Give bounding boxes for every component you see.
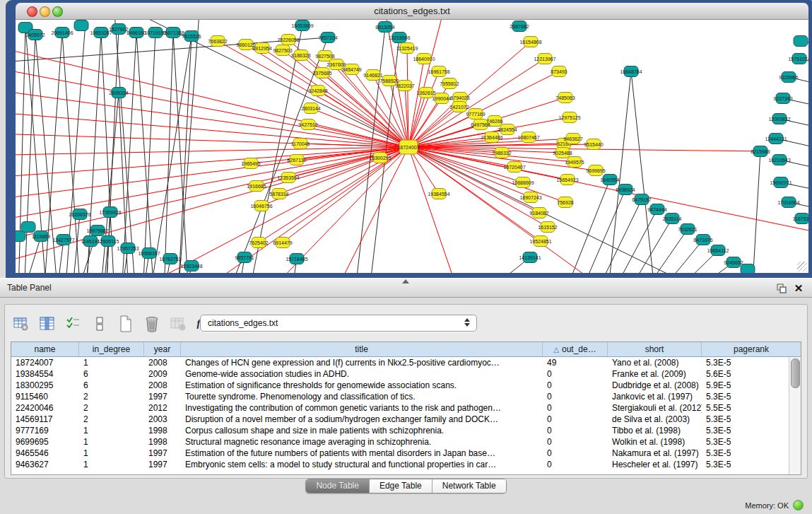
- network-node[interactable]: 12353594: [277, 173, 299, 183]
- column-header-name[interactable]: name: [11, 342, 79, 356]
- select-columns-icon[interactable]: [64, 315, 83, 333]
- column-header-title[interactable]: title: [181, 342, 543, 356]
- network-node[interactable]: 16210643: [768, 155, 790, 165]
- network-node[interactable]: 6497568: [471, 119, 490, 130]
- column-header-pagerank[interactable]: pagerank: [702, 342, 801, 356]
- network-node[interactable]: [74, 21, 88, 31]
- network-node[interactable]: 7615526: [182, 31, 201, 42]
- network-node[interactable]: 1949575: [565, 157, 584, 168]
- table-row[interactable]: 2242004622012Investigating the contribut…: [11, 402, 801, 414]
- zoom-button[interactable]: [52, 6, 63, 17]
- tab-node-table[interactable]: Node Table: [306, 479, 370, 493]
- network-node[interactable]: 7663822: [208, 36, 227, 47]
- float-panel-icon[interactable]: [775, 282, 788, 295]
- table-row[interactable]: 1938455462009Genome-wide association stu…: [11, 368, 801, 380]
- network-node[interactable]: 2687682: [510, 21, 529, 32]
- close-panel-icon[interactable]: ✕: [792, 282, 805, 295]
- network-node[interactable]: 2803144: [301, 103, 320, 114]
- network-node[interactable]: 12975125: [558, 112, 580, 123]
- table-row[interactable]: 977716911998Corpus callosum shape and si…: [11, 425, 801, 436]
- network-node[interactable]: 8912954: [252, 43, 271, 54]
- network-node[interactable]: 1170046: [291, 139, 310, 149]
- network-node[interactable]: 7625402: [249, 238, 268, 248]
- network-node[interactable]: 8186328: [291, 50, 310, 61]
- network-node[interactable]: 3824554: [498, 124, 517, 135]
- network-node[interactable]: 9857791: [235, 252, 254, 263]
- network-node[interactable]: 1167533: [793, 214, 808, 224]
- network-node[interactable]: 15654923: [556, 175, 578, 185]
- network-window-titlebar[interactable]: citations_edges.txt: [16, 3, 808, 20]
- network-node[interactable]: 9777169: [466, 109, 485, 119]
- network-node[interactable]: 7955812: [440, 78, 459, 89]
- network-node[interactable]: 5878314: [269, 189, 288, 199]
- tab-network-table[interactable]: Network Table: [433, 479, 506, 493]
- network-node[interactable]: 8466160: [126, 28, 146, 38]
- network-node[interactable]: 2405572: [25, 30, 45, 40]
- network-node[interactable]: 10688609: [512, 177, 534, 188]
- network-node[interactable]: 2605334: [109, 88, 128, 98]
- network-node[interactable]: 9515440: [584, 139, 603, 150]
- column-header-year[interactable]: year: [144, 342, 181, 356]
- delete-table-icon[interactable]: [143, 315, 161, 333]
- network-node[interactable]: 13427577: [52, 235, 74, 245]
- network-node[interactable]: 16046756: [250, 201, 272, 211]
- network-node[interactable]: 1421072: [449, 102, 469, 112]
- network-node[interactable]: 14139141: [519, 252, 541, 263]
- network-node[interactable]: 1640954: [600, 175, 619, 185]
- network-node[interactable]: 6479197: [632, 194, 651, 205]
- create-table-icon[interactable]: [117, 315, 135, 333]
- network-node[interactable]: 12505115: [98, 236, 119, 247]
- network-node[interactable]: 1965495: [241, 158, 260, 169]
- network-node[interactable]: 20691406: [51, 28, 73, 38]
- network-node[interactable]: 8471676: [693, 235, 712, 245]
- network-node[interactable]: 16671388: [162, 28, 184, 38]
- table-selector-dropdown[interactable]: citations_edges.txt: [200, 315, 477, 332]
- column-header-out_de[interactable]: △out_de…: [543, 342, 608, 356]
- network-node[interactable]: 16782753: [159, 254, 181, 264]
- network-node[interactable]: 1115689: [32, 231, 50, 242]
- table-row[interactable]: 1830029562008Estimation of significance …: [11, 380, 801, 391]
- network-node[interactable]: 20206576: [69, 209, 90, 220]
- network-node[interactable]: 1990044: [432, 93, 451, 104]
- network-node[interactable]: 17957253: [117, 243, 139, 254]
- network-node[interactable]: 8813054: [375, 22, 394, 33]
- network-canvas[interactable]: 2405572206914061065328715276028466160107…: [16, 20, 808, 273]
- table-row[interactable]: 1872400712008Changes of HCN gene express…: [11, 357, 801, 368]
- network-node[interactable]: 13218506: [388, 33, 410, 43]
- table-row[interactable]: 911546021997Tourette syndrome. Phenomeno…: [11, 391, 801, 402]
- network-node[interactable]: 16648784: [620, 66, 642, 77]
- network-node[interactable]: 7986332: [492, 148, 511, 158]
- network-node[interactable]: 9242848: [308, 86, 327, 96]
- network-node[interactable]: 9329966: [779, 72, 798, 83]
- show-columns-icon[interactable]: [38, 315, 57, 333]
- table-settings-icon[interactable]: [12, 315, 30, 333]
- network-node[interactable]: 19384554: [428, 189, 449, 199]
- network-node[interactable]: 11325419: [396, 43, 418, 54]
- network-node[interactable]: 12213967: [534, 54, 555, 64]
- network-node[interactable]: 15692971: [770, 177, 792, 188]
- network-node[interactable]: 18724007: [397, 140, 419, 154]
- network-node[interactable]: 1527602: [109, 24, 128, 35]
- column-header-short[interactable]: short: [608, 342, 702, 356]
- network-node[interactable]: [741, 264, 755, 274]
- close-button[interactable]: [27, 6, 37, 17]
- network-node[interactable]: 9474444: [647, 204, 666, 215]
- network-node[interactable]: 2935114: [663, 214, 682, 224]
- network-node[interactable]: 7632621: [678, 224, 697, 235]
- network-node[interactable]: 8215988: [751, 146, 770, 157]
- network-node[interactable]: 873493: [551, 66, 567, 77]
- row-height-icon[interactable]: [90, 315, 109, 333]
- network-node[interactable]: 1615152: [538, 222, 557, 233]
- network-node[interactable]: 16154808: [519, 37, 541, 47]
- network-node[interactable]: [21, 222, 35, 233]
- network-node[interactable]: 16053809: [291, 21, 313, 31]
- tab-edge-table[interactable]: Edge Table: [370, 479, 433, 493]
- network-node[interactable]: 2375685: [312, 68, 331, 78]
- network-node[interactable]: 8267130: [287, 155, 306, 165]
- network-node[interactable]: 15751074: [788, 54, 808, 64]
- minimize-button[interactable]: [40, 6, 50, 17]
- network-node[interactable]: 10807467: [517, 132, 539, 143]
- network-node[interactable]: 9427512: [298, 119, 317, 130]
- table-row[interactable]: 1456911722003Disruption of a novel membe…: [11, 414, 801, 425]
- network-node[interactable]: 16961758: [428, 66, 449, 77]
